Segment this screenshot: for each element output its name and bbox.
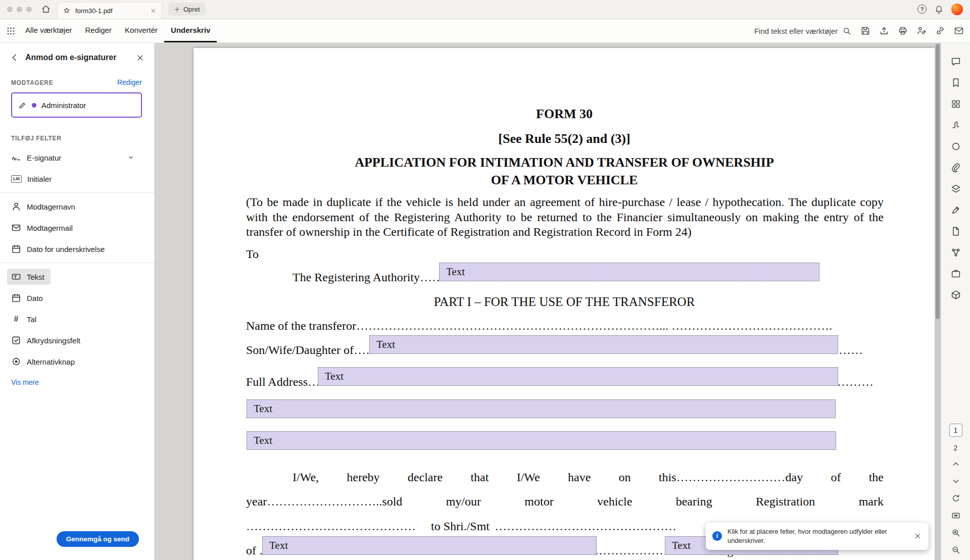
field-item-checkbox[interactable]: Afkrydsningsfelt [0,330,154,351]
field-item-number[interactable]: # Tal [0,309,154,330]
email-button[interactable] [954,26,964,36]
document-tab[interactable]: form30-1.pdf [57,2,162,19]
doc-heading-line1: APPLICATION FOR INTIMATION AND TRANSFER … [193,155,935,170]
field-item-recipient-name[interactable]: Modtagernavn [0,196,154,217]
home-button[interactable] [41,4,51,14]
previous-page-button[interactable] [951,459,961,469]
person-icon [11,201,21,212]
dismiss-toast-button[interactable] [913,532,922,540]
text-field-authority[interactable]: Text [439,263,819,281]
window-controls[interactable] [7,7,32,12]
recipients-heading: MODTAGERE [11,79,53,86]
menu-all-tools[interactable]: Alle værktøjer [19,19,79,42]
show-more-link[interactable]: Vis mere [11,378,154,386]
vertical-scrollbar[interactable] [935,43,941,560]
menu-sign[interactable]: Underskriv [164,19,217,42]
current-page-input[interactable]: 1 [949,424,962,437]
signatures-tool[interactable] [950,120,961,131]
draw-tool[interactable] [950,205,961,216]
info-icon: i [712,531,722,541]
attachments-tool[interactable] [950,162,961,173]
help-icon[interactable]: ? [917,5,927,14]
fit-width-button[interactable] [951,511,961,521]
organize-tool[interactable] [950,268,961,279]
stamp-tool[interactable] [950,141,961,152]
back-button[interactable] [9,52,20,63]
connectors-tool[interactable] [950,247,961,258]
text-field-address-1[interactable]: Text [318,367,838,386]
field-item-recipient-mail[interactable]: Modtagermail [0,217,154,238]
star-icon[interactable] [63,7,71,15]
briefcase-icon [950,268,961,279]
print-button[interactable] [898,26,908,36]
text-field-of[interactable]: Text [262,536,597,555]
rotate-icon [951,493,961,503]
field-item-date[interactable]: Dato [0,287,154,309]
field-item-initials[interactable]: LM Initialer [0,168,154,189]
create-tab-button[interactable]: Opret [168,3,206,16]
text-field-son-of[interactable]: Text [369,335,838,354]
date-icon [11,293,21,303]
upload-icon [879,26,889,36]
comment-icon [950,56,961,67]
comments-tool[interactable] [950,56,961,67]
text-field-address-2[interactable]: Text [247,399,836,418]
field-item-sign-date[interactable]: Dato for underskrivelse [0,238,154,260]
paperclip-icon [950,162,961,173]
notes-tool[interactable] [950,226,961,237]
scrollbar-thumb[interactable] [936,44,940,319]
3d-tool[interactable] [950,289,961,300]
rotate-page-button[interactable] [951,493,961,503]
next-page-button[interactable] [951,476,961,486]
circle-icon [950,141,961,152]
recipient-field[interactable]: Administrator [11,92,142,118]
text-field-address-3[interactable]: Text [247,431,836,450]
acrobat-app: form30-1.pdf Opret ? Alle værktøjer Redi… [0,0,970,560]
link-button[interactable] [935,26,945,36]
field-item-text[interactable]: Tekst [0,266,154,287]
divider [0,192,154,193]
field-item-radio[interactable]: Alternativknap [0,351,154,372]
create-tab-label: Opret [183,6,200,13]
field-type-list: E-signatur LM Initialer [0,147,154,372]
layers-icon [950,183,961,194]
mail-icon [11,223,21,233]
chevron-down-icon[interactable] [127,154,135,162]
doc-rule-line: [See Rule 55(2) and (3)] [193,131,935,146]
doc-to-label: To [246,247,259,261]
recipient-color-dot [32,103,36,108]
profile-avatar[interactable] [951,4,963,15]
grid-icon [950,98,961,110]
page-thumbnails-tool[interactable] [950,98,961,110]
zoom-in-button[interactable] [951,528,961,538]
close-panel-button[interactable] [135,53,145,63]
save-button[interactable] [860,26,870,36]
cube-icon [950,289,961,300]
doc-part1-heading: PART I – FOR THE USE OF THE TRANSFEROR [193,295,935,309]
review-and-send-button[interactable]: Gennemgå og send [57,531,139,547]
save-icon [860,26,870,36]
mail-icon [954,26,964,36]
add-fields-heading: TILFØJ FELTER [11,135,143,142]
app-menu-button[interactable] [6,19,16,42]
close-tab-icon[interactable] [150,8,157,14]
layers-tool[interactable] [950,183,961,194]
menu-edit[interactable]: Rediger [79,19,119,42]
doc-heading-line2: OF A MOTOR VEHICLE [193,173,935,188]
search-icon [842,26,852,36]
request-signatures-button[interactable] [916,26,927,36]
doc-declare-line2: year………………………..sold my/our motor vehicle… [246,495,884,508]
notifications-button[interactable] [934,5,944,14]
main-content: Anmod om e-signaturer MODTAGERE Rediger … [0,43,970,560]
back-chevron-icon [10,53,19,62]
home-icon [41,4,51,14]
edit-recipients-link[interactable]: Rediger [117,78,142,86]
bookmarks-tool[interactable] [950,77,961,88]
find-tools-search[interactable]: Find tekst eller værktøjer [754,26,852,36]
fit-width-icon [951,511,961,521]
field-item-esignature[interactable]: E-signatur [0,147,154,168]
document-canvas[interactable]: FORM 30 [See Rule 55(2) and (3)] APPLICA… [155,43,941,560]
menu-convert[interactable]: Konvertér [118,19,164,42]
share-button[interactable] [879,26,889,36]
zoom-out-button[interactable] [951,545,961,555]
